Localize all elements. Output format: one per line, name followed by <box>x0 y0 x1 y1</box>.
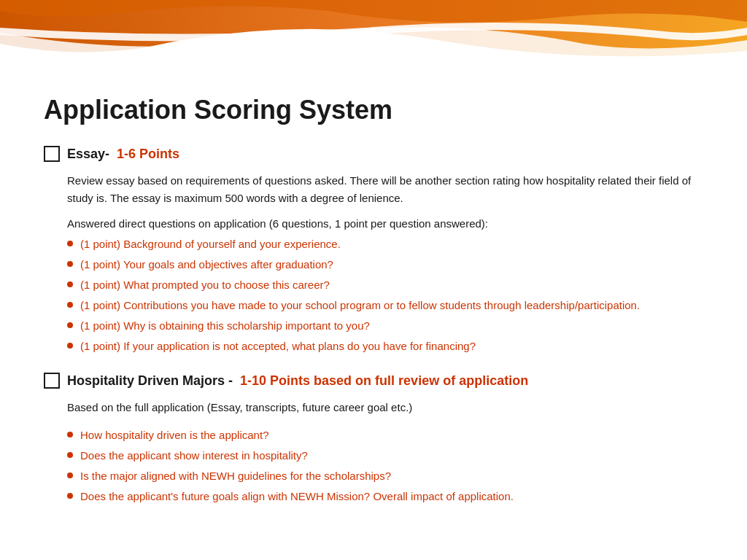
list-item: (1 point) Your goals and objectives afte… <box>67 256 703 273</box>
bullet-icon <box>67 432 73 438</box>
list-item: (1 point) Contributions you have made to… <box>67 297 703 314</box>
hospitality-points: 1-10 Points based on full review of appl… <box>240 373 528 389</box>
list-item: (1 point) Why is obtaining this scholars… <box>67 317 703 335</box>
list-item: (1 point) Background of yourself and you… <box>67 236 703 253</box>
bullet-icon <box>67 281 73 287</box>
bullet-text: Does the applicant show interest in hosp… <box>80 447 308 464</box>
bullet-icon <box>67 261 73 267</box>
hospitality-bullet-list: How hospitality driven is the applicant?… <box>67 427 703 505</box>
bullet-text: (1 point) Contributions you have made to… <box>80 297 640 314</box>
essay-description: Review essay based on requirements of qu… <box>67 172 703 207</box>
bullet-icon <box>67 302 73 308</box>
bullet-icon <box>67 343 73 349</box>
bullet-icon <box>67 452 73 458</box>
essay-bullet-list: (1 point) Background of yourself and you… <box>67 236 703 355</box>
list-item: How hospitality driven is the applicant? <box>67 427 703 444</box>
hospitality-checkbox-icon <box>44 373 60 389</box>
list-item: Does the applicant show interest in hosp… <box>67 447 703 464</box>
essay-checkbox-icon <box>44 146 60 162</box>
essay-section: Essay- 1-6 Points Review essay based on … <box>44 146 703 355</box>
essay-sub-label: Answered direct questions on application… <box>67 217 703 230</box>
essay-section-header: Essay- 1-6 Points <box>44 146 703 162</box>
hospitality-description: Based on the full application (Essay, tr… <box>67 399 703 416</box>
bullet-text: (1 point) Your goals and objectives afte… <box>80 256 333 273</box>
bullet-icon <box>67 322 73 328</box>
list-item: (1 point) If your application is not acc… <box>67 338 703 355</box>
list-item: (1 point) What prompted you to choose th… <box>67 276 703 294</box>
bullet-text: (1 point) Why is obtaining this scholars… <box>80 317 370 335</box>
hospitality-section: Hospitality Driven Majors - 1-10 Points … <box>44 373 703 505</box>
bullet-text: (1 point) What prompted you to choose th… <box>80 276 330 294</box>
hospitality-body: Based on the full application (Essay, tr… <box>44 399 703 505</box>
list-item: Does the applicant's future goals align … <box>67 488 703 505</box>
bullet-icon <box>67 241 73 246</box>
bullet-text: How hospitality driven is the applicant? <box>80 427 268 444</box>
bullet-text: Is the major aligned with NEWH guideline… <box>80 467 391 485</box>
main-content: Application Scoring System Essay- 1-6 Po… <box>0 0 747 545</box>
bullet-text: (1 point) Background of yourself and you… <box>80 236 341 253</box>
bullet-icon <box>67 493 73 499</box>
hospitality-section-header: Hospitality Driven Majors - 1-10 Points … <box>44 373 703 389</box>
bullet-icon <box>67 472 73 478</box>
bullet-text: (1 point) If your application is not acc… <box>80 338 476 355</box>
list-item: Is the major aligned with NEWH guideline… <box>67 467 703 485</box>
page-title: Application Scoring System <box>44 95 703 125</box>
bullet-text: Does the applicant's future goals align … <box>80 488 514 505</box>
essay-label: Essay- <box>67 147 109 162</box>
essay-body: Review essay based on requirements of qu… <box>44 172 703 355</box>
hospitality-label: Hospitality Driven Majors - <box>67 373 233 389</box>
essay-points: 1-6 Points <box>117 147 179 162</box>
